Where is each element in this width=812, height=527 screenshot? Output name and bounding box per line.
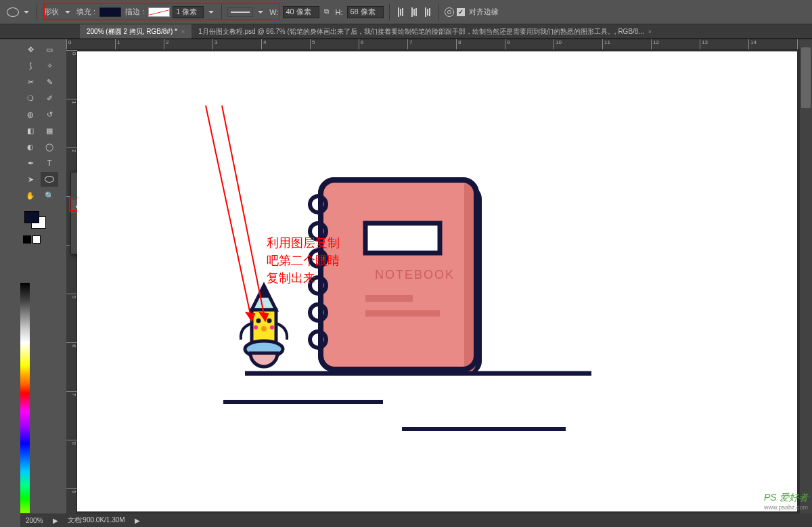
close-icon[interactable]: × (648, 28, 652, 35)
gradient-tool[interactable]: ▦ (41, 123, 58, 138)
document-tabs: 200% (椭圆 2 拷贝, RGB/8#) *× 1月份图文教程.psd @ … (0, 24, 812, 39)
canvas-area: NOTEBOOK (77, 50, 800, 513)
svg-point-20 (267, 319, 272, 323)
stroke-style-picker[interactable] (227, 7, 253, 17)
color-swatches[interactable] (22, 204, 50, 245)
tool-preset-dropdown[interactable] (22, 7, 31, 17)
crop-tool[interactable]: ✂ (22, 74, 39, 89)
stroke-width-dropdown[interactable] (206, 7, 216, 17)
svg-rect-3 (365, 223, 440, 253)
eraser-tool[interactable]: ◧ (22, 123, 39, 138)
ruler-horizontal[interactable]: 0123456789101112131415 (66, 39, 800, 50)
link-wh-icon[interactable]: ⧉ (322, 7, 332, 17)
toolbox: ✥ ▭ ⟆ ✧ ✂ ✎ ❍ ✐ ◍ ↺ ◧ ▦ ◐ ◯ ✒ T ➤ ✋ 🔍 (20, 39, 61, 248)
svg-point-23 (270, 325, 274, 329)
stroke-width-input[interactable]: 1 像素 (173, 6, 204, 18)
shape-tool[interactable] (41, 172, 58, 187)
hand-tool[interactable]: ✋ (22, 188, 39, 203)
dodge-tool[interactable]: ◯ (41, 139, 58, 154)
path-arrange-icon[interactable] (422, 7, 433, 18)
align-edges-checkbox[interactable]: ✓ (457, 8, 465, 16)
svg-rect-4 (365, 295, 413, 302)
align-edges-label: 对齐边缘 (468, 7, 500, 17)
stroke-label: 描边 : (124, 7, 145, 17)
svg-point-22 (254, 325, 258, 329)
svg-rect-5 (365, 310, 440, 317)
clone-tool[interactable]: ◍ (22, 107, 39, 122)
svg-point-19 (256, 319, 261, 323)
pen-tool[interactable]: ✒ (22, 156, 39, 170)
color-swatch-strip[interactable] (20, 283, 30, 513)
path-align-icon[interactable] (409, 7, 420, 18)
width-input[interactable]: 40 像素 (283, 6, 319, 18)
fill-swatch[interactable] (99, 7, 121, 17)
fill-label: 填充 : (75, 7, 97, 17)
height-input[interactable]: 68 像素 (347, 6, 384, 18)
close-icon[interactable]: × (181, 28, 185, 35)
shape-mode-select[interactable]: 形状 (43, 7, 60, 17)
status-bar: 200% ▶ 文档:900.0K/1.30M ▶ (20, 513, 812, 527)
zoom-tool[interactable]: 🔍 (41, 188, 58, 203)
tool-ellipse-icon (7, 7, 19, 17)
zoom-level[interactable]: 200% (26, 517, 43, 524)
path-ops-icon[interactable] (395, 7, 406, 18)
spot-heal-tool[interactable]: ❍ (22, 91, 39, 106)
width-label: W: (268, 8, 279, 16)
lasso-tool[interactable]: ⟆ (22, 58, 39, 73)
doc-size-label: 文档:900.0K/1.30M (68, 515, 125, 525)
watermark: PS 爱好者www.psahz.com (764, 492, 808, 511)
tab-document-2[interactable]: 1月份图文教程.psd @ 66.7% (铅笔的身体画出来了后，我们接着要绘制铅… (191, 24, 658, 39)
gear-icon[interactable] (445, 7, 454, 17)
svg-point-21 (261, 326, 267, 331)
scrollbar-vertical[interactable] (800, 39, 812, 513)
shape-mode-dropdown[interactable] (63, 7, 72, 17)
blur-tool[interactable]: ◐ (22, 139, 39, 154)
canvas[interactable]: NOTEBOOK (77, 51, 797, 511)
height-label: H: (334, 8, 344, 16)
options-bar: 形状 填充 : 描边 : 1 像素 W: 40 像素 ⧉ H: 68 像素 ✓ … (0, 0, 812, 24)
notebook-label: NOTEBOOK (375, 268, 455, 281)
marquee-tool[interactable]: ▭ (41, 42, 58, 57)
type-tool[interactable]: T (41, 156, 58, 170)
stroke-swatch[interactable] (148, 7, 170, 17)
move-tool[interactable]: ✥ (22, 42, 39, 57)
magic-wand-tool[interactable]: ✧ (41, 58, 58, 73)
history-brush-tool[interactable]: ↺ (41, 107, 58, 122)
eyedropper-tool[interactable]: ✎ (41, 74, 58, 89)
brush-tool[interactable]: ✐ (41, 91, 58, 106)
artwork: NOTEBOOK (77, 51, 797, 511)
ruler-vertical[interactable]: 012345678910 (66, 50, 77, 513)
tab-document-1[interactable]: 200% (椭圆 2 拷贝, RGB/8#) *× (80, 24, 191, 39)
stroke-style-dropdown[interactable] (256, 7, 265, 17)
path-select-tool[interactable]: ➤ (22, 172, 39, 187)
